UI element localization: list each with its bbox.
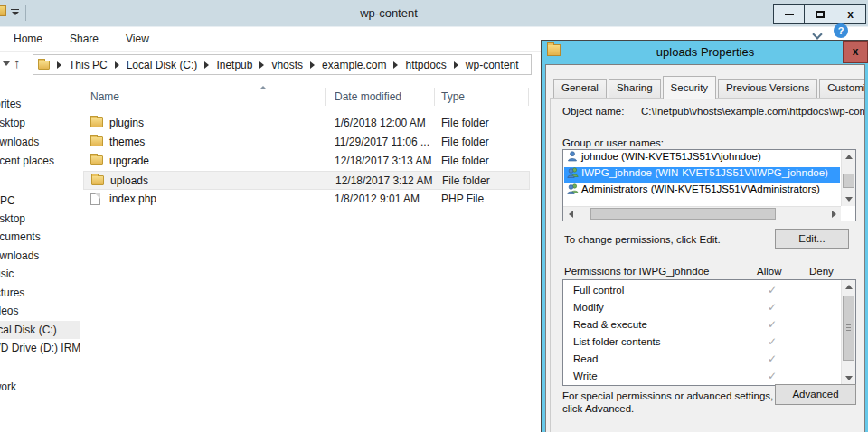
sidebar-item-network[interactable]: Network (0, 378, 80, 396)
sidebar-item-desktop[interactable]: Desktop (0, 114, 80, 132)
file-date: 1/8/2012 9:01 AM (335, 193, 420, 205)
sidebar-item-documents[interactable]: Documents (0, 228, 80, 246)
file-row[interactable]: uploads12/18/2017 3:12 AMFile folder (83, 171, 530, 190)
breadcrumb-item[interactable]: This PC (69, 59, 108, 71)
column-headers: NameDate modifiedType (83, 85, 537, 108)
breadcrumb-item[interactable]: vhosts (271, 59, 303, 71)
group-user-name: Administrators (WIN-KVET51JS51V\Administ… (581, 183, 820, 194)
column-header-type[interactable]: Type (441, 90, 465, 103)
sidebar-item-pictures[interactable]: Pictures (0, 284, 80, 302)
breadcrumb-separator-icon (393, 61, 398, 69)
file-date: 12/18/2017 3:12 AM (335, 174, 432, 187)
group-user-row[interactable]: Administrators (WIN-KVET51JS51V\Administ… (564, 183, 840, 200)
user-group-icon (567, 183, 581, 194)
sidebar-item-dvd-drive-d-irm-s[interactable]: DVD Drive (D:) IRM_S (0, 339, 80, 357)
sidebar-item-desktop[interactable]: Desktop (0, 210, 80, 228)
permission-row[interactable]: Write✓ (564, 368, 840, 385)
scroll-left-icon[interactable] (563, 207, 578, 221)
ribbon-tab-share[interactable]: Share (56, 27, 112, 51)
advanced-button[interactable]: Advanced (775, 384, 856, 405)
recent-locations-dropdown-icon[interactable] (3, 61, 10, 66)
file-date: 1/6/2018 12:00 AM (335, 117, 426, 129)
breadcrumb-item[interactable]: example.com (322, 59, 386, 71)
dialog-tab-previous-versions[interactable]: Previous Versions (718, 79, 817, 98)
breadcrumb-separator-icon (115, 61, 119, 69)
quick-access-folder-icon (0, 5, 6, 16)
ribbon-tab-view[interactable]: View (112, 27, 163, 51)
file-row[interactable]: themes11/29/2017 11:06 ...File folder (83, 133, 530, 152)
file-name: themes (109, 136, 145, 148)
vertical-scrollbar[interactable] (841, 150, 855, 206)
sidebar-item-this-pc[interactable]: This PC (0, 192, 80, 210)
permissions-label: Permissions for IWPG_johndoe (564, 266, 709, 277)
permission-name: Read & execute (573, 319, 647, 330)
breadcrumb-item[interactable]: wp-content (466, 59, 519, 71)
minimize-button[interactable] (773, 4, 805, 24)
address-bar[interactable]: This PCLocal Disk (C:)Inetpubvhostsexamp… (33, 54, 532, 75)
sidebar-item-downloads[interactable]: Downloads (0, 133, 80, 151)
scrollbar-thumb[interactable] (843, 174, 854, 188)
folder-icon (90, 155, 103, 165)
dialog-body: GeneralSharingSecurityPrevious VersionsC… (545, 64, 865, 432)
dialog-tab-security[interactable]: Security (663, 76, 717, 99)
breadcrumb-item[interactable]: Local Disk (C:) (127, 59, 198, 71)
dialog-tab-customize[interactable]: Customize (819, 79, 865, 98)
file-name: plugins (109, 117, 144, 129)
column-header-name[interactable]: Name (90, 90, 119, 103)
security-tab-page: Object name: C:\Inetpub\vhosts\example.c… (550, 98, 865, 432)
breadcrumb: This PCLocal Disk (C:)Inetpubvhostsexamp… (50, 59, 519, 71)
edit-button[interactable]: Edit... (775, 229, 849, 249)
object-name-value: C:\Inetpub\vhosts\example.com\httpdocs\w… (641, 106, 865, 117)
sidebar-item-music[interactable]: Music (0, 265, 80, 283)
horizontal-scrollbar[interactable] (563, 206, 841, 221)
dialog-tab-bar: GeneralSharingSecurityPrevious VersionsC… (553, 76, 865, 98)
close-button[interactable]: x (835, 4, 866, 24)
permission-row[interactable]: Modify✓ (564, 299, 840, 316)
help-icon[interactable]: ? (834, 23, 848, 38)
dialog-title: uploads Properties (545, 45, 865, 59)
sidebar-item-recent-places[interactable]: Recent places (0, 152, 80, 170)
permission-row[interactable]: Full control✓ (564, 282, 840, 299)
group-user-list[interactable]: johndoe (WIN-KVET51JS51V\johndoe)IWPG_jo… (562, 149, 856, 221)
sidebar-item-favorites[interactable]: Favorites (0, 95, 80, 113)
scroll-down-icon[interactable] (842, 371, 856, 385)
dialog-tab-general[interactable]: General (553, 79, 607, 98)
breadcrumb-item[interactable]: httpdocs (405, 59, 446, 71)
scroll-up-icon[interactable] (842, 280, 856, 294)
dialog-close-button[interactable]: x (843, 41, 868, 63)
quick-access-dropdown-icon[interactable] (11, 9, 19, 15)
file-date: 12/18/2017 3:13 AM (335, 155, 431, 167)
scroll-right-icon[interactable] (826, 207, 841, 221)
permission-row[interactable]: Read & execute✓ (564, 316, 840, 333)
scroll-down-icon[interactable] (842, 193, 856, 206)
window-title: wp-content (321, 6, 457, 20)
scrollbar-thumb[interactable] (590, 208, 776, 220)
file-row[interactable]: upgrade12/18/2017 3:13 AMFile folder (83, 152, 530, 171)
permission-row[interactable]: List folder contents✓ (564, 333, 840, 351)
dialog-tab-sharing[interactable]: Sharing (609, 79, 661, 98)
file-date: 11/29/2017 11:06 ... (335, 136, 429, 148)
permission-row[interactable]: Read✓ (564, 351, 840, 368)
allow-check-icon: ✓ (768, 284, 777, 296)
column-header-date-modified[interactable]: Date modified (335, 90, 401, 103)
sidebar-item-videos[interactable]: Videos (0, 302, 80, 320)
group-user-row[interactable]: IWPG_johndoe (WIN-KVET51JS51V\IWPG_johnd… (564, 167, 840, 183)
file-type: File folder (441, 155, 489, 167)
breadcrumb-item[interactable]: Inetpub (216, 59, 252, 71)
user-icon (567, 151, 581, 162)
maximize-button[interactable] (804, 4, 835, 24)
scroll-up-icon[interactable] (842, 150, 856, 164)
group-user-name: johndoe (WIN-KVET51JS51V\johndoe) (581, 151, 761, 162)
ribbon-tab-home[interactable]: Home (0, 27, 56, 51)
file-row[interactable]: index.php1/8/2012 9:01 AMPHP File (83, 190, 530, 209)
vertical-scrollbar[interactable] (841, 280, 855, 385)
sidebar-item-local-disk-c-[interactable]: Local Disk (C:) (0, 321, 80, 339)
permissions-list[interactable]: Full control✓Modify✓Read & execute✓List … (562, 279, 856, 386)
file-row[interactable]: plugins1/6/2018 12:00 AMFile folder (83, 114, 530, 133)
group-user-row[interactable]: johndoe (WIN-KVET51JS51V\johndoe) (564, 151, 840, 167)
sidebar-item-downloads[interactable]: Downloads (0, 247, 80, 265)
folder-icon (90, 117, 103, 127)
allow-check-icon: ✓ (768, 370, 777, 382)
up-button[interactable]: ↑ (14, 55, 21, 70)
scrollbar-thumb[interactable] (843, 296, 854, 361)
